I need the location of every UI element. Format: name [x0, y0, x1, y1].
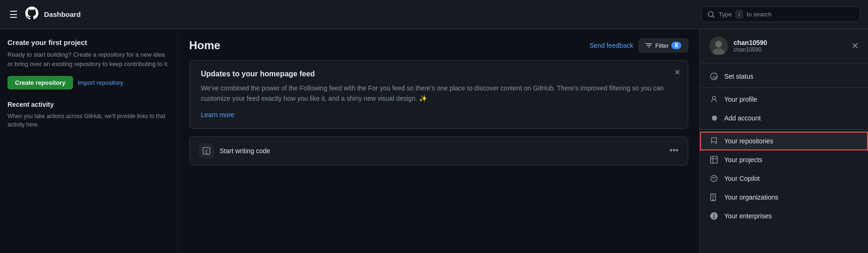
- filter-button[interactable]: Filter 8: [639, 38, 688, 52]
- menu-item-label: Your repositories: [724, 137, 773, 145]
- code-icon: [199, 143, 214, 158]
- menu-user-info: chan10590 chan10590: [734, 39, 846, 53]
- filter-badge: 8: [671, 42, 681, 49]
- menu-handle: chan10590: [734, 46, 846, 53]
- search-bar-container: Type / to search: [701, 7, 861, 22]
- table-icon: [709, 155, 719, 164]
- sidebar-buttons: Create repository Import repository: [7, 76, 170, 89]
- code-card-options[interactable]: •••: [669, 146, 678, 156]
- home-header: Home Send feedback Filter 8: [189, 38, 688, 52]
- center-content: Home Send feedback Filter 8 Updates to y…: [178, 29, 699, 253]
- menu-username: chan10590: [734, 39, 846, 46]
- recent-activity-title: Recent activity: [7, 101, 170, 108]
- menu-item-your-organizations[interactable]: Your organizations: [700, 188, 868, 207]
- menu-item-your-repositories[interactable]: Your repositories: [700, 132, 868, 150]
- github-logo: [25, 7, 38, 22]
- code-card-title: Start writing code: [220, 147, 664, 155]
- topnav: ☰ Dashboard Type / to search: [0, 0, 868, 29]
- filter-label: Filter: [655, 42, 669, 49]
- menu-item-label: Your profile: [724, 96, 757, 103]
- updates-card-title: Updates to your homepage feed: [201, 70, 677, 78]
- avatar: [709, 37, 728, 55]
- search-kbd: /: [736, 10, 743, 19]
- menu-item-label: Your Copilot: [724, 175, 760, 182]
- emoji-icon: [709, 72, 719, 81]
- code-card: Start writing code •••: [189, 136, 688, 165]
- sidebar-section-title: Create your first project: [7, 38, 170, 46]
- menu-items: Set status Your profile Ad: [700, 63, 868, 253]
- repo-icon: [709, 136, 719, 146]
- send-feedback-link[interactable]: Send feedback: [589, 42, 633, 49]
- menu-item-your-projects[interactable]: Your projects: [700, 150, 868, 169]
- left-sidebar: Create your first project Ready to start…: [0, 29, 178, 253]
- create-repository-button[interactable]: Create repository: [7, 76, 73, 89]
- home-title: Home: [189, 39, 584, 52]
- sidebar-description: Ready to start building? Create a reposi…: [7, 50, 170, 68]
- learn-more-link[interactable]: Learn more: [201, 111, 235, 119]
- search-bar[interactable]: Type / to search: [701, 7, 861, 22]
- updates-card-text: We've combined the power of the Followin…: [201, 83, 677, 104]
- menu-item-label: Your projects: [724, 156, 762, 164]
- menu-item-your-profile[interactable]: Your profile: [700, 90, 868, 109]
- menu-item-label: Set status: [724, 73, 753, 80]
- menu-item-your-copilot[interactable]: Your Copilot: [700, 169, 868, 188]
- menu-divider: [700, 88, 868, 88]
- menu-item-label: Add account: [724, 114, 761, 122]
- svg-point-1: [715, 41, 722, 47]
- menu-item-add-account[interactable]: Add account: [700, 109, 868, 127]
- globe-icon: [709, 211, 719, 221]
- copilot-icon: [709, 174, 719, 183]
- menu-divider-2: [700, 129, 868, 130]
- updates-card: Updates to your homepage feed We've comb…: [189, 60, 688, 129]
- person-icon: [709, 95, 719, 104]
- main-layout: Create your first project Ready to start…: [0, 29, 868, 253]
- hamburger-menu[interactable]: ☰: [7, 7, 20, 22]
- menu-item-label: Your enterprises: [724, 212, 772, 220]
- import-repository-button[interactable]: Import repository: [78, 76, 124, 89]
- person-add-icon: [709, 113, 719, 123]
- card-close-button[interactable]: ✕: [674, 68, 680, 77]
- menu-close-button[interactable]: ✕: [852, 41, 859, 51]
- page-title: Dashboard: [44, 10, 81, 18]
- menu-item-your-enterprises[interactable]: Your enterprises: [700, 207, 868, 225]
- right-menu: chan10590 chan10590 ✕ Set status: [699, 29, 868, 253]
- menu-item-set-status[interactable]: Set status: [700, 67, 868, 86]
- menu-header: chan10590 chan10590 ✕: [700, 29, 868, 63]
- search-placeholder: Type: [719, 11, 732, 18]
- search-suffix: to search: [747, 11, 772, 18]
- recent-activity-desc: When you take actions across GitHub, we'…: [7, 112, 170, 129]
- org-icon: [709, 193, 719, 202]
- menu-item-label: Your organizations: [724, 193, 778, 201]
